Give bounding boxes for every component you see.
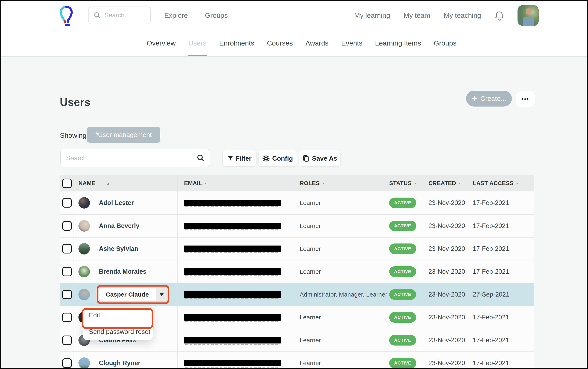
menu-item-send-password-reset[interactable]: Send password reset: [83, 323, 153, 340]
row-checkbox[interactable]: [62, 290, 72, 299]
created-date: 23-Nov-2020: [429, 222, 465, 229]
user-roles: Learner: [300, 360, 321, 367]
user-name-dropdown-button[interactable]: Casper Claude: [99, 288, 167, 301]
tab-courses[interactable]: Courses: [267, 30, 293, 56]
notifications-bell-icon[interactable]: [495, 10, 504, 21]
user-avatar[interactable]: [517, 5, 539, 26]
last-access-date: 17-Feb-2021: [473, 268, 509, 275]
column-header-status[interactable]: STATUS▼: [387, 175, 426, 191]
status-badge: ACTIVE: [389, 358, 416, 368]
sort-asc-icon: ▲: [107, 182, 110, 185]
tab-enrolments[interactable]: Enrolments: [219, 30, 254, 56]
last-access-date: 17-Feb-2021: [473, 359, 509, 367]
last-access-date: 17-Feb-2021: [473, 199, 509, 207]
user-name[interactable]: Ashe Sylvian: [99, 245, 138, 252]
user-name[interactable]: Adol Lester: [99, 199, 134, 207]
showing-label: Showing:: [60, 131, 88, 140]
app-logo-lightbulb-icon[interactable]: [59, 5, 74, 27]
app-page: Search... Explore Groups My learning My …: [1, 1, 587, 368]
gear-icon: [262, 155, 270, 162]
column-header-last-access[interactable]: LAST ACCESS▼: [470, 175, 534, 191]
redacted-email-bar: [184, 199, 281, 206]
tab-overview[interactable]: Overview: [147, 30, 176, 56]
created-date: 23-Nov-2020: [429, 337, 465, 344]
row-context-menu: Edit Send password reset: [83, 307, 153, 340]
sort-caret-icon: ▼: [458, 182, 461, 185]
row-checkbox[interactable]: [62, 221, 72, 231]
user-name[interactable]: Clough Ryner: [99, 359, 140, 367]
status-badge: ACTIVE: [389, 289, 416, 300]
row-checkbox[interactable]: [62, 358, 72, 368]
user-avatar: [78, 197, 90, 209]
nav-link-my-learning[interactable]: My learning: [354, 11, 390, 19]
row-checkbox[interactable]: [62, 198, 72, 208]
tab-events[interactable]: Events: [341, 30, 362, 56]
create-button[interactable]: + Create...: [466, 91, 512, 107]
table-row: Clough Ryner Learner ACTIVE 23-Nov-2020 …: [60, 351, 534, 368]
config-button[interactable]: Config: [258, 150, 297, 167]
redacted-email-bar: [184, 360, 281, 366]
status-badge: ACTIVE: [389, 243, 416, 254]
user-avatar: [78, 266, 90, 277]
page-title: Users: [60, 96, 91, 108]
sort-caret-icon: ▼: [414, 182, 417, 185]
top-nav-bar: Search... Explore Groups My learning My …: [1, 1, 587, 30]
primary-nav-links: Explore Groups: [164, 1, 228, 30]
search-icon: [94, 12, 101, 19]
table-row: Adol Lester Learner ACTIVE 23-Nov-2020 1…: [60, 191, 534, 214]
column-header-roles[interactable]: ROLES▼: [297, 175, 387, 191]
column-header-created[interactable]: CREATED▼: [426, 175, 470, 191]
user-roles: Learner: [300, 314, 321, 321]
column-header-name[interactable]: NAME▲: [74, 175, 178, 191]
user-roles: Learner: [300, 337, 321, 344]
row-checkbox[interactable]: [62, 313, 72, 322]
filter-button-label: Filter: [236, 155, 252, 162]
user-name[interactable]: Anna Beverly: [99, 222, 139, 229]
status-badge: ACTIVE: [389, 335, 416, 346]
tab-learning-items[interactable]: Learning Items: [375, 30, 421, 56]
nav-link-groups[interactable]: Groups: [205, 11, 228, 19]
search-icon[interactable]: [197, 154, 204, 162]
table-search-input[interactable]: Search: [60, 149, 210, 167]
user-name[interactable]: Casper Claude: [99, 288, 156, 301]
redacted-email-bar: [184, 314, 281, 321]
menu-item-edit[interactable]: Edit: [83, 307, 153, 323]
nav-link-my-team[interactable]: My team: [403, 11, 430, 19]
funnel-icon: [227, 156, 233, 161]
sort-caret-icon: ▼: [322, 182, 325, 185]
table-search-placeholder: Search: [66, 154, 197, 162]
tab-awards[interactable]: Awards: [305, 30, 328, 56]
row-checkbox[interactable]: [62, 336, 72, 345]
status-badge: ACTIVE: [389, 221, 416, 231]
created-date: 23-Nov-2020: [429, 314, 465, 321]
saved-view-chip[interactable]: *User management: [87, 127, 160, 143]
row-checkbox[interactable]: [62, 244, 72, 253]
save-as-button[interactable]: Save As: [299, 150, 341, 167]
nav-link-explore[interactable]: Explore: [164, 11, 188, 19]
column-header-email[interactable]: EMAIL▼: [178, 175, 297, 191]
user-avatar: [78, 220, 90, 232]
redacted-email-bar: [184, 246, 281, 252]
nav-link-my-teaching[interactable]: My teaching: [444, 11, 481, 19]
created-date: 23-Nov-2020: [429, 291, 465, 298]
created-date: 23-Nov-2020: [429, 359, 465, 367]
user-roles: Learner: [300, 222, 321, 229]
user-roles: Administrator, Manager, Learner: [300, 291, 387, 298]
created-date: 23-Nov-2020: [429, 199, 465, 207]
table-row: Ashe Sylvian Learner ACTIVE 23-Nov-2020 …: [60, 237, 534, 260]
user-name[interactable]: Brenda Morales: [99, 268, 147, 275]
create-button-label: Create...: [480, 95, 506, 102]
row-checkbox[interactable]: [62, 267, 72, 276]
last-access-date: 17-Feb-2021: [473, 222, 509, 229]
sort-caret-icon: ▼: [516, 182, 519, 185]
more-actions-button[interactable]: •••: [516, 91, 535, 107]
tab-users[interactable]: Users: [188, 30, 207, 56]
select-all-checkbox[interactable]: [62, 179, 72, 188]
last-access-date: 17-Feb-2021: [473, 314, 509, 321]
status-badge: ACTIVE: [389, 198, 416, 208]
dropdown-toggle[interactable]: [156, 288, 167, 301]
global-search-box[interactable]: Search...: [88, 7, 151, 24]
tab-groups[interactable]: Groups: [434, 30, 457, 56]
filter-button[interactable]: Filter: [222, 150, 257, 167]
user-avatar: [78, 243, 90, 255]
